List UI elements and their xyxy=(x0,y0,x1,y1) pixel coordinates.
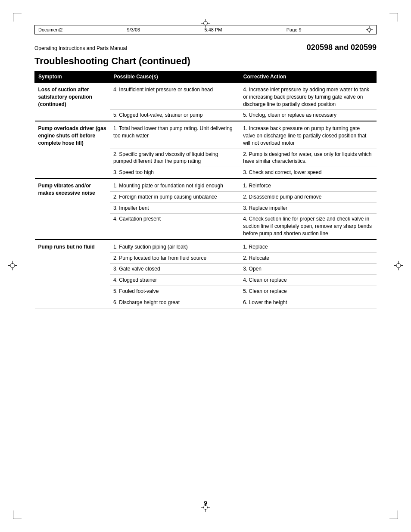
action-cell: 3. Replace impeller xyxy=(240,202,376,214)
cause-cell: 1. Mounting plate or foundation not rigi… xyxy=(110,178,240,191)
col-header-cause: Possible Cause(s) xyxy=(110,72,240,83)
cause-cell: 3. Gate valve closed xyxy=(110,264,240,275)
col-header-action: Corrective Action xyxy=(240,72,376,83)
page-wrapper: Document2 9/3/03 5:48 PM Page 9 Operatin… xyxy=(0,0,411,532)
table-row: Loss of suction after satisfactory opera… xyxy=(35,82,377,110)
symptom-cell: Pump runs but no fluid xyxy=(35,240,110,308)
cause-cell: 4. Clogged strainer xyxy=(110,275,240,286)
symptom-cell: Pump overloads driver (gas engine shuts … xyxy=(35,121,110,178)
svg-point-10 xyxy=(396,263,401,268)
section-title: Troubleshooting Chart (continued) xyxy=(34,56,377,67)
corner-mark-tl xyxy=(13,13,22,22)
svg-point-15 xyxy=(367,28,371,31)
cause-cell: 5. Fouled foot-valve xyxy=(110,286,240,297)
crosshair-left-icon xyxy=(8,261,17,271)
doc-date: 9/3/03 xyxy=(127,27,140,32)
troubleshoot-table: Symptom Possible Cause(s) Corrective Act… xyxy=(34,71,377,308)
action-cell: 1. Replace xyxy=(240,240,376,252)
col-header-symptom: Symptom xyxy=(35,72,110,83)
doc-page: Page 9 xyxy=(286,27,302,32)
document-number: 020598 and 020599 xyxy=(307,43,377,52)
cause-cell: 6. Discharge height too great xyxy=(110,297,240,308)
table-row: Pump vibrates and/or makes excessive noi… xyxy=(35,178,377,191)
svg-point-20 xyxy=(203,505,207,509)
cause-cell: 2. Pump located too far from fluid sourc… xyxy=(110,252,240,264)
cause-cell: 3. Impeller bent xyxy=(110,202,240,214)
cause-cell: 1. Faulty suction piping (air leak) xyxy=(110,240,240,252)
symptom-cell: Loss of suction after satisfactory opera… xyxy=(35,82,110,121)
action-cell: 4. Check suction line for proper size an… xyxy=(240,214,376,240)
action-cell: 2. Pump is designed for water, use only … xyxy=(240,149,376,167)
action-cell: 5. Clean or replace xyxy=(240,286,376,297)
action-cell: 6. Lower the height xyxy=(240,297,376,308)
symptom-cell: Pump vibrates and/or makes excessive noi… xyxy=(35,178,110,240)
cause-cell: 4. Insufficient inlet pressure or suctio… xyxy=(110,82,240,110)
table-row: Pump overloads driver (gas engine shuts … xyxy=(35,121,377,149)
action-cell: 4. Clean or replace xyxy=(240,275,376,286)
action-cell: 1. Increase back pressure on pump by tur… xyxy=(240,121,376,149)
svg-point-5 xyxy=(10,263,15,268)
table-header-row: Symptom Possible Cause(s) Corrective Act… xyxy=(35,72,377,83)
cause-cell: 2. Foreign matter in pump causing unbala… xyxy=(110,191,240,202)
cause-cell: 2. Specific gravity and viscosity of liq… xyxy=(110,149,240,167)
cause-cell: 4. Cavitation present xyxy=(110,214,240,240)
doc-crosshair-icon xyxy=(366,26,373,33)
doc-filename: Document2 xyxy=(38,27,62,32)
cause-cell: 5. Clogged foot-valve, strainer or pump xyxy=(110,110,240,121)
cause-cell: 1. Total head lower than pump rating. Un… xyxy=(110,121,240,149)
crosshair-bottom-icon xyxy=(201,503,210,513)
page-header: Operating Instructions and Parts Manual … xyxy=(34,43,377,52)
corner-mark-tr xyxy=(389,13,398,22)
action-cell: 4. Increase inlet pressure by adding mor… xyxy=(240,82,376,110)
action-cell: 3. Open xyxy=(240,264,376,275)
main-content: Operating Instructions and Parts Manual … xyxy=(34,43,377,308)
manual-title: Operating Instructions and Parts Manual xyxy=(34,45,127,51)
crosshair-right-icon xyxy=(394,261,403,271)
action-cell: 2. Relocate xyxy=(240,252,376,264)
table-row: Pump runs but no fluid1. Faulty suction … xyxy=(35,240,377,252)
action-cell: 5. Unclog, clean or replace as necessary xyxy=(240,110,376,121)
action-cell: 1. Reinforce xyxy=(240,178,376,191)
action-cell: 3. Check and correct, lower speed xyxy=(240,167,376,178)
corner-mark-br xyxy=(389,510,398,519)
doc-info-bar: Document2 9/3/03 5:48 PM Page 9 xyxy=(34,25,377,34)
doc-time: 5:48 PM xyxy=(204,27,222,32)
action-cell: 2. Disassemble pump and remove xyxy=(240,191,376,202)
cause-cell: 3. Speed too high xyxy=(110,167,240,178)
corner-mark-bl xyxy=(13,510,22,519)
